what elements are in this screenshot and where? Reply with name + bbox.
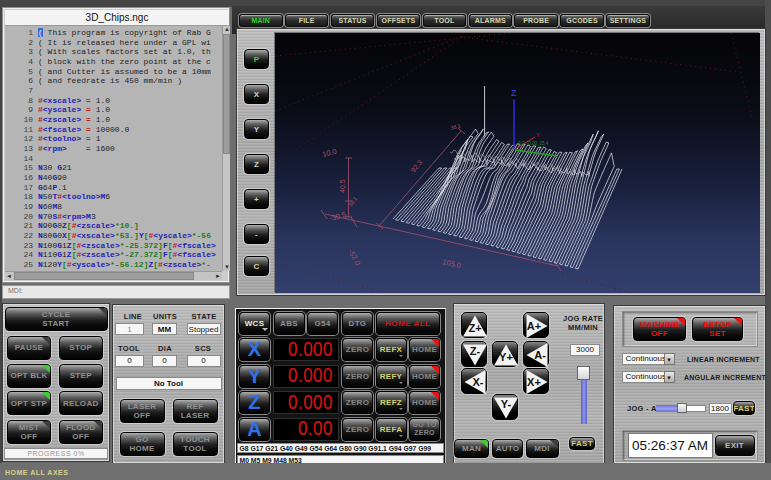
svg-text:40.5: 40.5: [339, 179, 346, 193]
svg-text:0.0, -0.00, 25.4: 0.0, -0.00, 25.4: [518, 141, 549, 146]
svg-text:X+: X+: [527, 376, 541, 388]
svg-text:Z: Z: [511, 88, 517, 98]
svg-text:Z+: Z+: [468, 322, 481, 334]
svg-text:Y+: Y+: [499, 351, 513, 363]
svg-text:Z-: Z-: [469, 345, 480, 357]
svg-text:X-: X-: [472, 376, 483, 388]
svg-text:Y-: Y-: [501, 398, 512, 410]
svg-text:A+: A+: [527, 320, 541, 332]
svg-text:A-: A-: [534, 349, 546, 361]
svg-text:Y: Y: [536, 132, 540, 138]
